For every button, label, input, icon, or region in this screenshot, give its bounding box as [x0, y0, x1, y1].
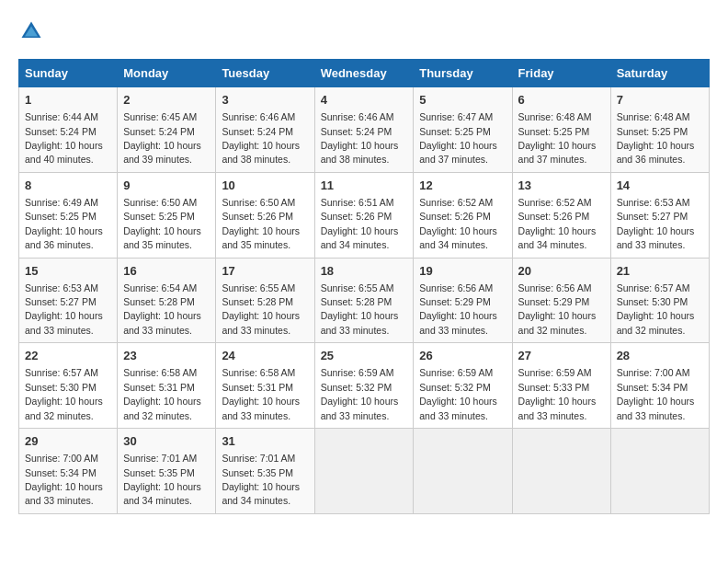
calendar-day-cell: 22Sunrise: 6:57 AMSunset: 5:30 PMDayligh… [19, 343, 118, 429]
day-number: 2 [123, 92, 210, 109]
calendar-day-cell: 2Sunrise: 6:45 AMSunset: 5:24 PMDaylight… [118, 87, 216, 173]
calendar-week-row: 1Sunrise: 6:44 AMSunset: 5:24 PMDaylight… [19, 87, 710, 173]
calendar-day-cell: 4Sunrise: 6:46 AMSunset: 5:24 PMDaylight… [314, 87, 414, 173]
calendar-day-cell: 21Sunrise: 6:57 AMSunset: 5:30 PMDayligh… [610, 258, 709, 343]
day-number: 8 [25, 178, 111, 194]
day-info: Sunrise: 6:58 AMSunset: 5:31 PMDaylight:… [123, 367, 201, 420]
calendar-day-cell: 18Sunrise: 6:55 AMSunset: 5:28 PMDayligh… [314, 258, 414, 343]
calendar-day-cell: 26Sunrise: 6:59 AMSunset: 5:32 PMDayligh… [414, 343, 512, 429]
calendar-day-cell: 14Sunrise: 6:53 AMSunset: 5:27 PMDayligh… [610, 172, 709, 258]
day-info: Sunrise: 6:56 AMSunset: 5:29 PMDaylight:… [419, 282, 497, 336]
day-number: 31 [222, 433, 308, 450]
day-number: 7 [617, 92, 703, 109]
day-info: Sunrise: 7:00 AMSunset: 5:34 PMDaylight:… [617, 367, 695, 420]
calendar-day-header: Monday [118, 60, 216, 87]
day-number: 11 [321, 178, 408, 194]
calendar-day-cell: 25Sunrise: 6:59 AMSunset: 5:32 PMDayligh… [314, 343, 414, 429]
day-number: 18 [321, 263, 408, 280]
day-info: Sunrise: 6:49 AMSunset: 5:25 PMDaylight:… [25, 197, 103, 250]
day-info: Sunrise: 6:55 AMSunset: 5:28 PMDaylight:… [321, 282, 399, 336]
calendar-day-header: Tuesday [216, 60, 314, 87]
day-info: Sunrise: 6:50 AMSunset: 5:25 PMDaylight:… [123, 197, 201, 250]
calendar-day-cell: 10Sunrise: 6:50 AMSunset: 5:26 PMDayligh… [216, 172, 314, 258]
day-number: 5 [419, 92, 506, 109]
day-info: Sunrise: 6:46 AMSunset: 5:24 PMDaylight:… [222, 111, 300, 165]
calendar-day-header: Thursday [414, 60, 512, 87]
calendar-week-row: 15Sunrise: 6:53 AMSunset: 5:27 PMDayligh… [19, 258, 710, 343]
calendar-day-cell: 15Sunrise: 6:53 AMSunset: 5:27 PMDayligh… [19, 258, 118, 343]
day-info: Sunrise: 6:57 AMSunset: 5:30 PMDaylight:… [25, 367, 103, 420]
calendar-day-cell: 12Sunrise: 6:52 AMSunset: 5:26 PMDayligh… [414, 172, 512, 258]
calendar-day-cell [512, 429, 610, 514]
day-number: 21 [617, 263, 703, 280]
calendar-day-cell: 24Sunrise: 6:58 AMSunset: 5:31 PMDayligh… [216, 343, 314, 429]
day-info: Sunrise: 6:46 AMSunset: 5:24 PMDaylight:… [321, 111, 399, 165]
day-number: 12 [419, 178, 506, 194]
day-number: 14 [617, 178, 703, 194]
calendar-day-cell: 28Sunrise: 7:00 AMSunset: 5:34 PMDayligh… [610, 343, 709, 429]
calendar-day-cell: 30Sunrise: 7:01 AMSunset: 5:35 PMDayligh… [118, 429, 216, 514]
day-number: 1 [25, 92, 111, 109]
calendar-day-header: Saturday [610, 60, 709, 87]
logo-icon [18, 18, 44, 44]
calendar-day-cell: 16Sunrise: 6:54 AMSunset: 5:28 PMDayligh… [118, 258, 216, 343]
day-number: 27 [518, 348, 605, 364]
day-number: 3 [222, 92, 308, 109]
calendar-day-cell: 27Sunrise: 6:59 AMSunset: 5:33 PMDayligh… [512, 343, 610, 429]
calendar-day-cell: 19Sunrise: 6:56 AMSunset: 5:29 PMDayligh… [414, 258, 512, 343]
calendar-day-cell: 20Sunrise: 6:56 AMSunset: 5:29 PMDayligh… [512, 258, 610, 343]
day-number: 20 [518, 263, 605, 280]
calendar-week-row: 8Sunrise: 6:49 AMSunset: 5:25 PMDaylight… [19, 172, 710, 258]
day-number: 9 [123, 178, 210, 194]
day-info: Sunrise: 6:53 AMSunset: 5:27 PMDaylight:… [617, 197, 695, 250]
day-info: Sunrise: 6:59 AMSunset: 5:32 PMDaylight:… [321, 367, 399, 420]
calendar-day-cell: 6Sunrise: 6:48 AMSunset: 5:25 PMDaylight… [512, 87, 610, 173]
day-number: 26 [419, 348, 506, 364]
day-info: Sunrise: 6:59 AMSunset: 5:32 PMDaylight:… [419, 367, 497, 420]
day-info: Sunrise: 7:00 AMSunset: 5:34 PMDaylight:… [25, 453, 103, 506]
day-info: Sunrise: 7:01 AMSunset: 5:35 PMDaylight:… [123, 453, 201, 506]
day-info: Sunrise: 6:50 AMSunset: 5:26 PMDaylight:… [222, 197, 300, 250]
calendar-table: SundayMondayTuesdayWednesdayThursdayFrid… [18, 59, 710, 514]
calendar-day-header: Sunday [19, 60, 118, 87]
calendar-day-cell [610, 429, 709, 514]
calendar-day-cell: 8Sunrise: 6:49 AMSunset: 5:25 PMDaylight… [19, 172, 118, 258]
calendar-day-cell: 3Sunrise: 6:46 AMSunset: 5:24 PMDaylight… [216, 87, 314, 173]
day-info: Sunrise: 6:58 AMSunset: 5:31 PMDaylight:… [222, 367, 300, 420]
day-number: 28 [617, 348, 703, 364]
day-number: 30 [123, 433, 210, 450]
day-number: 16 [123, 263, 210, 280]
calendar-header-row: SundayMondayTuesdayWednesdayThursdayFrid… [19, 60, 710, 87]
calendar-day-cell: 1Sunrise: 6:44 AMSunset: 5:24 PMDaylight… [19, 87, 118, 173]
day-info: Sunrise: 6:55 AMSunset: 5:28 PMDaylight:… [222, 282, 300, 336]
calendar-day-header: Friday [512, 60, 610, 87]
day-info: Sunrise: 7:01 AMSunset: 5:35 PMDaylight:… [222, 453, 300, 506]
day-info: Sunrise: 6:52 AMSunset: 5:26 PMDaylight:… [419, 197, 497, 250]
day-info: Sunrise: 6:51 AMSunset: 5:26 PMDaylight:… [321, 197, 399, 250]
calendar-day-cell: 23Sunrise: 6:58 AMSunset: 5:31 PMDayligh… [118, 343, 216, 429]
day-number: 19 [419, 263, 506, 280]
day-info: Sunrise: 6:44 AMSunset: 5:24 PMDaylight:… [25, 111, 103, 165]
calendar-day-cell: 5Sunrise: 6:47 AMSunset: 5:25 PMDaylight… [414, 87, 512, 173]
day-number: 10 [222, 178, 308, 194]
day-number: 24 [222, 348, 308, 364]
day-info: Sunrise: 6:56 AMSunset: 5:29 PMDaylight:… [518, 282, 597, 336]
day-number: 17 [222, 263, 308, 280]
calendar-day-cell: 29Sunrise: 7:00 AMSunset: 5:34 PMDayligh… [19, 429, 118, 514]
day-number: 4 [321, 92, 408, 109]
calendar-day-cell: 17Sunrise: 6:55 AMSunset: 5:28 PMDayligh… [216, 258, 314, 343]
day-number: 29 [25, 433, 111, 450]
calendar-day-cell: 13Sunrise: 6:52 AMSunset: 5:26 PMDayligh… [512, 172, 610, 258]
calendar-day-cell: 7Sunrise: 6:48 AMSunset: 5:25 PMDaylight… [610, 87, 709, 173]
day-info: Sunrise: 6:52 AMSunset: 5:26 PMDaylight:… [518, 197, 597, 250]
calendar-day-cell [414, 429, 512, 514]
day-number: 22 [25, 348, 111, 364]
day-info: Sunrise: 6:48 AMSunset: 5:25 PMDaylight:… [518, 111, 597, 165]
day-info: Sunrise: 6:53 AMSunset: 5:27 PMDaylight:… [25, 282, 103, 336]
day-number: 13 [518, 178, 605, 194]
day-info: Sunrise: 6:59 AMSunset: 5:33 PMDaylight:… [518, 367, 597, 420]
calendar-day-cell [314, 429, 414, 514]
day-number: 25 [321, 348, 408, 364]
calendar-day-cell: 11Sunrise: 6:51 AMSunset: 5:26 PMDayligh… [314, 172, 414, 258]
day-number: 6 [518, 92, 605, 109]
